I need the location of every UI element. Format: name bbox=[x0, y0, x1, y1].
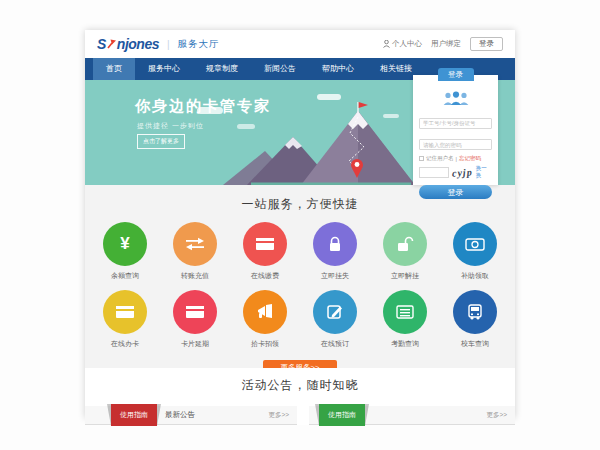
service-item-payment[interactable]: 在线缴费 bbox=[230, 222, 300, 281]
service-item-balance[interactable]: ¥ 余额查询 bbox=[90, 222, 160, 281]
header-right: 个人中心 用户绑定 登录 bbox=[383, 37, 503, 51]
service-item-online-booking[interactable]: 在线预订 bbox=[300, 290, 370, 349]
service-label: 余额查询 bbox=[90, 271, 160, 281]
service-label: 补助领取 bbox=[440, 271, 510, 281]
right-tabbar: 使用指南 更多>> bbox=[309, 406, 515, 425]
service-circle bbox=[173, 290, 217, 334]
service-circle bbox=[243, 290, 287, 334]
service-label: 在线缴费 bbox=[230, 271, 300, 281]
left-tabbar: 使用指南 最新公告 更多>> bbox=[85, 406, 297, 425]
person-icon bbox=[383, 40, 390, 48]
lock-icon bbox=[327, 236, 343, 252]
service-circle: ¥ bbox=[103, 222, 147, 266]
service-label: 拾卡招领 bbox=[230, 339, 300, 349]
service-item-school-bus[interactable]: 校车查询 bbox=[440, 290, 510, 349]
service-label: 卡片延期 bbox=[160, 339, 230, 349]
user-bind-link[interactable]: 用户绑定 bbox=[431, 39, 461, 49]
brand-logo[interactable]: S njones bbox=[97, 36, 159, 52]
personal-center-label: 个人中心 bbox=[392, 39, 422, 49]
service-circle bbox=[103, 290, 147, 334]
users-icon bbox=[441, 91, 471, 106]
service-label: 立即解挂 bbox=[370, 271, 440, 281]
service-item-report-loss[interactable]: 立即挂失 bbox=[300, 222, 370, 281]
service-circle bbox=[313, 222, 357, 266]
services-section: 一站服务，方便快捷 ¥ 余额查询 转账充值 bbox=[85, 185, 515, 368]
service-label: 考勤查询 bbox=[370, 339, 440, 349]
service-circle bbox=[173, 222, 217, 266]
website-page: S njones | 服务大厅 个人中心 用户绑定 登录 首页 bbox=[85, 30, 515, 418]
nav-item-service-center[interactable]: 服务中心 bbox=[135, 58, 193, 80]
nav-item-rules[interactable]: 规章制度 bbox=[193, 58, 251, 80]
guide-ribbon-tab-right[interactable]: 使用指南 bbox=[319, 404, 365, 426]
announcements-section: 活动公告，随时知晓 使用指南 最新公告 更多>> 使用指南 更多>> bbox=[85, 368, 515, 425]
remember-sep: | bbox=[456, 156, 457, 162]
nav-item-help[interactable]: 帮助中心 bbox=[309, 58, 367, 80]
personal-center-link[interactable]: 个人中心 bbox=[383, 39, 422, 49]
service-label: 转账充值 bbox=[160, 271, 230, 281]
captcha-refresh-link[interactable]: 换一换 bbox=[476, 165, 492, 179]
card-icon bbox=[255, 237, 275, 251]
latest-news-tab[interactable]: 最新公告 bbox=[165, 410, 195, 420]
service-label: 校车查询 bbox=[440, 339, 510, 349]
service-circle bbox=[383, 290, 427, 334]
nav-item-home[interactable]: 首页 bbox=[93, 58, 135, 80]
site-header: S njones | 服务大厅 个人中心 用户绑定 登录 bbox=[85, 30, 515, 58]
login-panel: 登录 记住用户名 | 忘记密码 cyjp 换一换 登录 bbox=[413, 75, 498, 185]
edit-icon bbox=[327, 304, 343, 320]
services-row-2: 在线办卡 卡片延期 bbox=[85, 290, 515, 349]
banknote-icon bbox=[465, 238, 485, 251]
service-item-attendance[interactable]: 考勤查询 bbox=[370, 290, 440, 349]
list-icon bbox=[396, 305, 414, 319]
login-submit-button[interactable]: 登录 bbox=[419, 185, 492, 199]
captcha-row: cyjp 换一换 bbox=[419, 165, 492, 179]
service-circle bbox=[383, 222, 427, 266]
service-label: 在线办卡 bbox=[90, 339, 160, 349]
login-tab[interactable]: 登录 bbox=[438, 68, 474, 81]
service-item-apply-card[interactable]: 在线办卡 bbox=[90, 290, 160, 349]
service-circle bbox=[453, 290, 497, 334]
service-item-found-card[interactable]: 拾卡招领 bbox=[230, 290, 300, 349]
announcement-panel-left: 使用指南 最新公告 更多>> bbox=[85, 406, 297, 425]
service-label: 立即挂失 bbox=[300, 271, 370, 281]
megaphone-icon bbox=[256, 304, 274, 320]
services-row-1: ¥ 余额查询 转账充值 bbox=[85, 222, 515, 281]
screenshot-stage: S njones | 服务大厅 个人中心 用户绑定 登录 首页 bbox=[0, 0, 600, 450]
service-circle bbox=[243, 222, 287, 266]
brand-suffix: njones bbox=[117, 36, 159, 52]
service-label: 在线预订 bbox=[300, 339, 370, 349]
username-input[interactable] bbox=[419, 118, 492, 129]
unlock-icon bbox=[396, 236, 414, 252]
password-input[interactable] bbox=[419, 139, 492, 150]
announcement-panels: 使用指南 最新公告 更多>> 使用指南 更多>> bbox=[85, 406, 515, 425]
header-divider: | bbox=[167, 39, 170, 50]
header-login-button[interactable]: 登录 bbox=[470, 37, 503, 51]
hero-cta-button[interactable]: 点击了解更多 bbox=[137, 134, 185, 149]
brand-arrow-icon bbox=[107, 36, 116, 52]
user-bind-label: 用户绑定 bbox=[431, 39, 461, 49]
yuan-icon: ¥ bbox=[120, 234, 129, 254]
left-more-link[interactable]: 更多>> bbox=[268, 411, 289, 420]
service-item-transfer[interactable]: 转账充值 bbox=[160, 222, 230, 281]
card-icon bbox=[185, 305, 205, 319]
announcements-title: 活动公告，随时知晓 bbox=[85, 377, 515, 394]
service-circle bbox=[453, 222, 497, 266]
remember-row: 记住用户名 | 忘记密码 bbox=[419, 155, 492, 162]
card-icon bbox=[115, 305, 135, 319]
forgot-password-link[interactable]: 忘记密码 bbox=[459, 155, 481, 162]
mountain-illustration bbox=[223, 101, 433, 185]
product-name: 服务大厅 bbox=[178, 38, 220, 51]
nav-item-news[interactable]: 新闻公告 bbox=[251, 58, 309, 80]
right-more-link[interactable]: 更多>> bbox=[486, 411, 507, 420]
captcha-image[interactable]: cyjp bbox=[452, 166, 473, 178]
hero-subtitle: 提供捷径 一步到位 bbox=[137, 121, 204, 131]
bus-icon bbox=[467, 304, 483, 320]
remember-checkbox[interactable] bbox=[419, 156, 424, 161]
service-item-subsidy[interactable]: 补助领取 bbox=[440, 222, 510, 281]
cloud-shape bbox=[317, 94, 341, 100]
guide-ribbon-tab[interactable]: 使用指南 bbox=[111, 404, 157, 426]
service-item-unfreeze[interactable]: 立即解挂 bbox=[370, 222, 440, 281]
announcement-panel-right: 使用指南 更多>> bbox=[309, 406, 515, 425]
service-item-card-extend[interactable]: 卡片延期 bbox=[160, 290, 230, 349]
captcha-input[interactable] bbox=[419, 167, 449, 178]
service-circle bbox=[313, 290, 357, 334]
